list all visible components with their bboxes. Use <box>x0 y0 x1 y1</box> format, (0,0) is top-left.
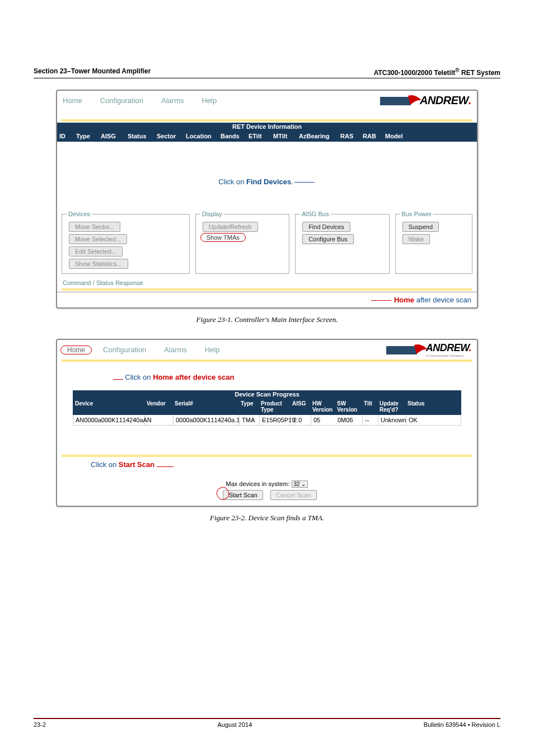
find-devices-button[interactable]: Find Devices <box>302 222 350 232</box>
aisg-bus-fieldset: AISG Bus Find Devices Configure Bus <box>295 211 389 274</box>
figure-1-caption: Figure 23-1. Controller's Main Interface… <box>34 315 500 324</box>
footer-left: 23-2 <box>34 721 46 728</box>
cancel-scan-button[interactable]: Cancel Scan <box>270 490 316 500</box>
start-scan-button[interactable]: Start Scan <box>228 492 257 498</box>
mid-pre: Click on <box>218 178 246 186</box>
col2-upd: Update Req'd? <box>377 398 405 415</box>
screenshot-figure-1: Home Configuration Alarms Help ANDREW. R… <box>56 90 478 309</box>
display-legend: Display <box>200 211 224 217</box>
footer-right: Bulletin 639544 • Revision L <box>424 721 500 728</box>
home-after-scan-note-rest: after device scan <box>414 296 471 304</box>
menu-configuration-2[interactable]: Configuration <box>103 346 146 354</box>
brand-logo-2: ANDREW. A CommScope Company <box>386 342 471 357</box>
devices-fieldset: Devices Move Sector... Move Selected... … <box>62 211 190 274</box>
page-footer: 23-2 August 2014 Bulletin 639544 • Revis… <box>34 718 500 728</box>
cell-aisg: 2.0 <box>291 415 311 425</box>
display-fieldset: Display Update/Refresh Show TMAs <box>195 211 289 274</box>
cell-type: TMA <box>239 415 259 425</box>
configure-bus-button[interactable]: Configure Bus <box>302 234 354 244</box>
col-rab: RAB <box>360 130 383 142</box>
max-devices-label: Max devices in system: <box>226 480 290 487</box>
logo-text: ANDREW <box>420 94 469 107</box>
note-click-home-pre: Click on <box>125 373 153 381</box>
col-mtilt: MTilt <box>271 130 297 142</box>
col2-tilt: Tilt <box>362 398 377 415</box>
scan-table-columns: Device Vendor Serial# Type Product Type … <box>73 398 461 415</box>
bus-legend: Bus Power <box>400 211 433 217</box>
col-id: ID <box>57 130 74 142</box>
menu-alarms[interactable]: Alarms <box>161 96 184 105</box>
col2-vendor: Vendor <box>144 398 172 415</box>
cell-ptype: E15R05P19 <box>259 415 291 425</box>
menu-help-2[interactable]: Help <box>205 346 220 354</box>
cell-sw: 0M06 <box>335 415 362 425</box>
col2-sw: SW Version <box>335 398 362 415</box>
wake-button[interactable]: Wake <box>402 234 430 244</box>
footer-center: August 2014 <box>218 721 252 728</box>
col2-hw: HW Version <box>310 398 335 415</box>
menu-help[interactable]: Help <box>202 96 217 105</box>
cell-hw: 05 <box>311 415 335 425</box>
ret-table-columns: ID Type AISG Status Sector Location Band… <box>57 130 477 142</box>
col-type: Type <box>74 130 99 142</box>
col-sector: Sector <box>154 130 184 142</box>
screenshot-figure-2: Home Configuration Alarms Help ANDREW. A… <box>56 339 478 507</box>
cell-tilt: -- <box>362 415 378 425</box>
scan-table-row: AN0000a000K1114240aAN 0000a000K1114240a.… <box>73 415 461 426</box>
hdr-right-suffix: RET System <box>460 69 500 77</box>
note-click-home-bold: Home after device scan <box>153 373 234 381</box>
logo-subtext: A CommScope Company <box>426 354 471 357</box>
section-header-right: ATC300-1000/2000 Teletilt® RET System <box>374 67 500 77</box>
col2-type: Type <box>238 398 259 415</box>
command-status-label: Command / Status Response <box>57 278 477 287</box>
note-start-scan-bold: Start Scan <box>119 460 154 469</box>
click-find-devices-note: Click on Find Devices. <box>57 178 477 186</box>
cell-device: AN0000a000K1114240aAN <box>73 415 145 425</box>
note-start-scan-pre: Click on <box>91 460 119 469</box>
edit-selected-button[interactable]: Edit Selected... <box>69 246 123 256</box>
cell-serial: 0000a000K1114240a.1 <box>173 415 239 425</box>
mid-bold: Find Devices <box>246 178 291 186</box>
cell-upd: Unknown <box>378 415 406 425</box>
bus-power-fieldset: Bus Power Suspend Wake <box>395 211 472 274</box>
col2-status: Status <box>405 398 461 415</box>
hdr-right-prefix: ATC300-1000/2000 Teletilt <box>374 69 456 77</box>
menu-home-tab[interactable]: Home <box>60 346 92 354</box>
ret-table-title: RET Device Information <box>57 123 477 130</box>
svg-rect-0 <box>380 97 411 105</box>
menu-home[interactable]: Home <box>63 96 82 105</box>
section-header-left: Section 23–Tower Mounted Amplifier <box>34 67 151 77</box>
col2-device: Device <box>73 398 144 415</box>
update-refresh-button[interactable]: Update/Refresh <box>203 222 258 232</box>
cell-status: OK <box>406 415 461 425</box>
col2-aisg: AISG <box>290 398 310 415</box>
cell-vendor <box>145 415 173 425</box>
svg-rect-1 <box>386 346 417 354</box>
col-ras: RAS <box>338 130 360 142</box>
move-sector-button[interactable]: Move Sector... <box>69 222 120 232</box>
menu-alarms-2[interactable]: Alarms <box>164 346 186 354</box>
move-selected-button[interactable]: Move Selected... <box>69 234 127 244</box>
brand-logo: ANDREW. <box>380 94 471 107</box>
max-devices-select[interactable]: 32 ⌄ <box>292 480 308 488</box>
col2-serial: Serial# <box>172 398 238 415</box>
aisg-legend: AISG Bus <box>300 211 330 217</box>
logo-text-2: ANDREW <box>426 342 469 353</box>
scan-table-title: Device Scan Progress <box>73 390 461 398</box>
show-tmas-button[interactable]: Show TMAs <box>200 233 246 242</box>
col-model: Model <box>383 130 477 142</box>
suspend-button[interactable]: Suspend <box>402 222 439 232</box>
col-aisg: AISG <box>99 130 125 142</box>
devices-legend: Devices <box>67 211 92 217</box>
show-statistics-button[interactable]: Show Statistics... <box>69 259 128 269</box>
col-bands: Bands <box>218 130 246 142</box>
col2-ptype: Product Type <box>259 398 290 415</box>
col-status: Status <box>125 130 154 142</box>
menu-configuration[interactable]: Configuration <box>100 96 143 105</box>
col-location: Location <box>184 130 218 142</box>
col-azbearing: AzBearing <box>297 130 338 142</box>
col-etilt: ETilt <box>246 130 271 142</box>
home-after-scan-note-bold: Home <box>394 296 414 304</box>
figure-2-caption: Figure 23-2. Device Scan finds a TMA. <box>34 514 500 522</box>
